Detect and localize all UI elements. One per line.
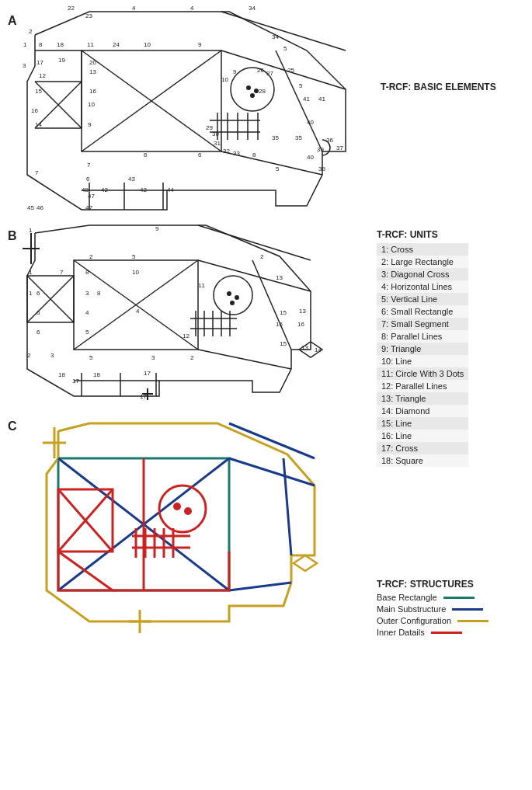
unit-item-14: 14: Diamond <box>377 405 468 417</box>
legend-inner-details: Inner Datails <box>377 628 489 637</box>
svg-line-105 <box>198 225 311 260</box>
legend-line-inner <box>431 632 462 634</box>
unit-item-8: 8: Parallel Lines <box>377 330 468 343</box>
svg-text:8: 8 <box>97 290 101 297</box>
svg-text:35: 35 <box>295 134 302 141</box>
svg-text:19: 19 <box>58 57 65 64</box>
svg-text:4: 4 <box>190 5 194 12</box>
svg-line-171 <box>229 583 291 590</box>
svg-text:27: 27 <box>266 70 273 77</box>
svg-text:3: 3 <box>50 352 54 359</box>
svg-text:9: 9 <box>198 41 202 48</box>
svg-text:16: 16 <box>276 321 283 328</box>
svg-text:18: 18 <box>57 41 64 48</box>
svg-text:18: 18 <box>58 371 65 378</box>
svg-text:23: 23 <box>85 12 92 19</box>
svg-text:10: 10 <box>88 101 95 108</box>
svg-text:11: 11 <box>87 41 94 48</box>
unit-item-6: 6: Small Rectangle <box>377 305 468 318</box>
svg-text:9: 9 <box>88 121 92 128</box>
svg-text:8: 8 <box>39 41 43 48</box>
svg-text:3: 3 <box>151 354 155 361</box>
legend-label-base: Base Rectangle <box>377 593 437 602</box>
section-b-title: T-RCF: UNITS <box>377 229 468 240</box>
svg-text:38: 38 <box>318 165 325 172</box>
svg-line-169 <box>229 423 315 458</box>
svg-line-172 <box>283 458 291 555</box>
legend-line-base <box>443 597 475 599</box>
legend-line-outer <box>457 620 489 622</box>
svg-point-12 <box>250 93 255 98</box>
svg-text:11: 11 <box>198 282 205 289</box>
svg-text:43: 43 <box>128 176 135 183</box>
svg-text:22: 22 <box>68 5 75 12</box>
unit-item-15: 15: Line <box>377 417 468 430</box>
svg-text:6: 6 <box>37 309 40 316</box>
legend-main-substructure: Main Substructure <box>377 604 489 614</box>
legend-base-rectangle: Base Rectangle <box>377 593 489 602</box>
svg-text:14: 14 <box>315 346 322 353</box>
svg-text:1: 1 <box>29 269 33 276</box>
svg-text:2: 2 <box>190 354 194 361</box>
section-c-panel: T-RCF: STRUCTURES Base Rectangle Main Su… <box>377 579 489 639</box>
legend-outer-configuration: Outer Configuration <box>377 616 489 625</box>
unit-item-5: 5: Vertical Line <box>377 293 468 305</box>
svg-text:28: 28 <box>259 88 266 95</box>
svg-text:36: 36 <box>326 137 333 144</box>
svg-text:3: 3 <box>23 62 26 69</box>
svg-text:26: 26 <box>257 67 264 74</box>
svg-text:7: 7 <box>60 269 64 276</box>
svg-text:3: 3 <box>85 290 89 297</box>
svg-text:8: 8 <box>85 269 89 276</box>
svg-text:25: 25 <box>287 67 294 74</box>
svg-point-10 <box>246 85 251 90</box>
svg-point-177 <box>173 503 181 510</box>
svg-text:46: 46 <box>37 204 43 211</box>
svg-point-102 <box>227 291 231 296</box>
svg-text:4: 4 <box>136 308 140 315</box>
svg-text:6: 6 <box>86 176 90 183</box>
svg-text:12: 12 <box>39 72 46 79</box>
svg-point-103 <box>235 295 239 300</box>
svg-text:13: 13 <box>89 68 96 75</box>
section-b-diagram: 9 1 2 5 2 1 7 8 10 13 1 6 3 8 11 15 13 6… <box>12 221 369 400</box>
svg-text:40: 40 <box>307 154 314 161</box>
svg-text:17: 17 <box>140 393 147 400</box>
svg-text:13: 13 <box>301 344 308 351</box>
svg-text:10: 10 <box>144 41 151 48</box>
svg-text:1: 1 <box>29 227 33 234</box>
svg-marker-166 <box>294 555 317 571</box>
section-a-diagram: 23 22 4 4 34 2 1 8 18 11 24 9 34 5 3 17 … <box>12 4 369 214</box>
section-c-title: T-RCF: STRUCTURES <box>377 579 489 590</box>
legend-line-main <box>452 608 483 611</box>
svg-line-108 <box>252 260 291 350</box>
svg-text:12: 12 <box>183 332 190 339</box>
svg-text:17: 17 <box>72 378 79 385</box>
unit-item-11: 11: Circle With 3 Dots <box>377 367 468 380</box>
svg-text:7: 7 <box>87 162 91 169</box>
svg-text:5: 5 <box>276 165 280 172</box>
svg-text:44: 44 <box>167 186 174 193</box>
unit-item-12: 12: Parallel Lines <box>377 380 468 392</box>
svg-text:5: 5 <box>89 354 93 361</box>
svg-text:32: 32 <box>223 148 230 155</box>
svg-text:1: 1 <box>23 41 27 48</box>
unit-item-7: 7: Small Segment <box>377 318 468 330</box>
svg-text:14: 14 <box>35 121 42 128</box>
unit-item-4: 4: Horizontal Lines <box>377 280 468 293</box>
svg-text:4: 4 <box>132 5 136 12</box>
svg-text:6: 6 <box>198 151 202 158</box>
svg-text:33: 33 <box>233 150 240 157</box>
legend-label-outer: Outer Configuration <box>377 616 451 625</box>
svg-text:9: 9 <box>155 225 159 232</box>
svg-text:17: 17 <box>37 59 43 66</box>
svg-text:1: 1 <box>29 290 33 297</box>
svg-text:15: 15 <box>35 88 42 95</box>
svg-text:39: 39 <box>317 146 324 153</box>
svg-text:31: 31 <box>214 140 221 147</box>
unit-list: 1: Cross 2: Large Rectangle 3: Diagonal … <box>377 243 468 467</box>
unit-item-18: 18: Square <box>377 454 468 467</box>
svg-text:17: 17 <box>144 370 151 377</box>
svg-text:10: 10 <box>132 269 139 276</box>
unit-item-3: 3: Diagonal Cross <box>377 268 468 280</box>
